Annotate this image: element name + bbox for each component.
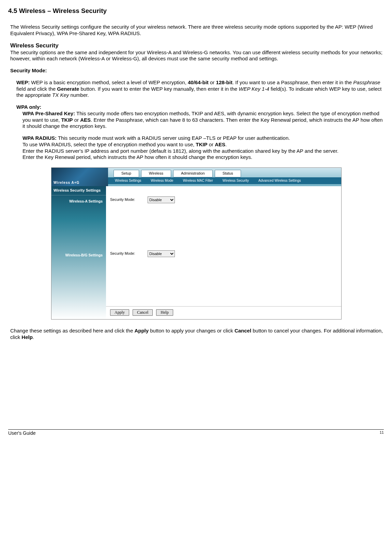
t: Change these settings as described here … [10,328,134,333]
t: This security mode must work with a RADI… [57,135,290,141]
t: Help [21,334,33,340]
t: AES [80,117,91,123]
wep-paragraph: WEP: WEP is a basic encryption method, s… [16,79,384,99]
side-header: Wireless Security Settings [51,186,106,195]
tab-administration[interactable]: Administration [173,170,213,177]
security-mode-a-select[interactable]: Disable [148,196,175,203]
security-mode-bg-select[interactable]: Disable [148,250,175,257]
wireless-security-heading: Wireless Security [10,42,384,49]
t: Enter the Key Renewal period, which inst… [22,154,252,160]
t: number. [69,92,89,98]
t: Passphrase [353,79,380,85]
t: or [209,79,216,85]
brand-logo: Wireless A+G [51,168,108,186]
t: . [33,334,34,340]
t: . If you want to use a Passphrase, then … [232,79,353,85]
help-button[interactable]: Help [156,309,173,316]
cancel-button[interactable]: Cancel [133,309,153,316]
apply-button[interactable]: Apply [110,309,129,316]
closing-paragraph: Change these settings as described here … [10,328,384,341]
t: Apply [134,328,149,333]
t: WEP Key 1-4 [239,86,269,92]
tab-wireless[interactable]: Wireless [141,170,171,177]
t: TKIP [61,117,73,123]
t: Enter the RADIUS server's IP address and… [22,148,338,154]
subtab-wireless-mac-filter[interactable]: Wireless MAC Filter [183,179,213,183]
t: button. If you want to enter the WEP key… [79,86,239,92]
page-footer: User's Guide 11 [8,429,384,436]
tab-status[interactable]: Status [215,170,241,177]
tab-setup[interactable]: Setup [114,170,139,177]
t: 128-bit [216,79,232,85]
security-mode-heading: Security Mode: [10,68,384,74]
side-label-a: Wireless-A Settings [51,197,106,206]
side-label-bg: Wireless-B/G Settings [51,251,106,260]
t: TX Key [52,92,69,98]
config-ui-screenshot: Wireless A+G Setup Wireless Administrati… [51,167,342,320]
intro-paragraph: The Wireless Security settings configure… [10,24,384,37]
t: . [225,142,227,147]
brand-text: Wireless A+G [54,181,79,185]
security-mode-a-label: Security Mode: [110,197,148,202]
t: or [73,117,80,123]
t: TKIP [196,142,207,147]
subtab-wireless-security[interactable]: Wireless Security [223,179,249,183]
wpa-psk-paragraph: WPA Pre-Shared Key: This security mode o… [22,110,384,130]
wpa-radius-paragraph: WPA RADIUS: This security mode must work… [22,135,384,161]
t: WEP is a basic encryption method, select… [30,79,188,85]
subtab-wireless-settings[interactable]: Wireless Settings [115,179,141,183]
t: Cancel [235,328,251,333]
t: Generate [57,86,79,92]
wpa-only-heading: WPA only: [16,104,384,110]
radius-label: WPA RADIUS: [22,135,57,141]
wep-label: WEP: [16,79,30,85]
t: button to apply your changes or click [149,328,235,333]
t: To use WPA RADIUS, select the type of en… [22,142,196,147]
t: 40/64-bit [188,79,209,85]
t: field and click the [16,86,57,92]
footer-left: User's Guide [8,430,35,436]
t: or [207,142,215,147]
page-number: 11 [380,430,384,436]
psk-label: WPA Pre-Shared Key: [22,110,75,116]
wireless-security-body: The security options are the same and in… [10,49,384,62]
t: AES [215,142,225,147]
security-mode-bg-label: Security Mode: [110,251,148,256]
subtab-wireless-mode[interactable]: Wireless Mode [151,179,173,183]
subtab-advanced-wireless[interactable]: Advanced Wireless Settings [258,179,301,183]
section-title: 4.5 Wireless – Wireless Security [8,7,384,15]
